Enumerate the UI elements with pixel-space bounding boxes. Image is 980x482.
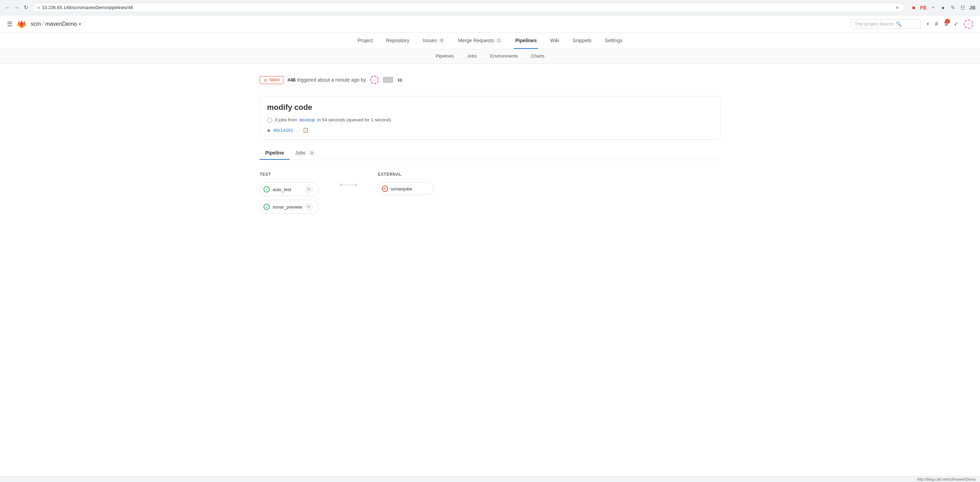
commit-ellipsis: ...	[296, 128, 300, 133]
nav-pipelines[interactable]: Pipelines	[514, 33, 538, 49]
merge-requests-icon[interactable]: ⇅ 1	[944, 21, 948, 27]
lock-icon: ●	[37, 5, 40, 10]
trigger-text: triggered about a minute ago by	[297, 77, 366, 82]
grid-icon[interactable]: ☷	[959, 4, 966, 11]
nav-issues-badge: 0	[439, 38, 445, 43]
browser-actions: ■ FE + ● ✎ ☷ JB	[910, 4, 976, 11]
pipeline-graph: Test ✓ auto_test ↻ ✓ sonar_preview ↻	[260, 168, 720, 217]
new-item-button[interactable]: +	[926, 21, 929, 27]
sonarqube-label: sonarqube	[391, 186, 412, 192]
subnav-jobs[interactable]: Jobs	[466, 49, 478, 63]
main-content: ⦻ failed #46 triggered about a minute ag…	[246, 64, 734, 224]
pipeline-number: #46	[288, 77, 296, 82]
sonar-preview-retry-btn[interactable]: ↻	[305, 203, 313, 211]
user-identifier: ▮▮	[398, 78, 402, 82]
copy-icon[interactable]: 📋	[302, 127, 309, 133]
mr-badge: 1	[945, 19, 950, 24]
clock-icon: ◯	[267, 117, 272, 122]
commit-hash-link[interactable]: 40c14161	[273, 128, 293, 133]
job-sonar-preview[interactable]: ✓ sonar_preview ↻	[260, 200, 319, 214]
connector-dot-left	[340, 184, 342, 186]
pipeline-status-bar: ⦻ failed #46 triggered about a minute ag…	[260, 71, 720, 89]
branch-link[interactable]: develop	[299, 117, 315, 122]
nav-mr-badge: 1	[496, 38, 502, 43]
tab-pipeline[interactable]: Pipeline	[260, 146, 290, 160]
breadcrumb-separator: /	[42, 21, 44, 27]
pipeline-trigger-info: #46 triggered about a minute ago by	[288, 77, 366, 82]
header-right: This project Search 🔍 + # ⇅ 1 ✓ ◇	[851, 19, 973, 29]
auto-test-status-icon: ✓	[264, 186, 270, 192]
subnav-pipelines[interactable]: Pipelines	[434, 49, 455, 63]
checkmark-icon[interactable]: ✓	[954, 21, 958, 27]
status-badge: ⦻ failed	[260, 76, 283, 84]
nav-issues-label: Issues	[423, 38, 437, 43]
breadcrumb: scm / mavenDemo ▾	[31, 21, 81, 27]
pencil-icon[interactable]: ✎	[949, 4, 956, 11]
sonar-preview-label: sonar_preview	[272, 205, 302, 209]
browser-nav-buttons: ← → ↻	[4, 4, 29, 11]
stage-connector	[340, 184, 357, 185]
nav-wiki[interactable]: Wiki	[549, 33, 560, 49]
job-sonarqube[interactable]: ✕ sonarqube	[378, 182, 434, 195]
commit-message: modify code	[267, 103, 713, 112]
trigger-user-avatar: ◇	[370, 76, 379, 84]
stage-test-label: Test	[260, 172, 319, 177]
nav-settings[interactable]: Settings	[603, 33, 624, 49]
back-button[interactable]: ←	[4, 4, 11, 11]
user-icon[interactable]: JB	[969, 4, 976, 11]
subnav-charts[interactable]: Charts	[530, 49, 546, 63]
nav-mr-label: Merge Requests	[458, 38, 494, 43]
jobs-count-text: 3 jobs from	[275, 117, 297, 122]
search-placeholder-text: This project Search	[855, 21, 894, 27]
search-box[interactable]: This project Search 🔍	[851, 19, 921, 29]
jobs-tab-label: Jobs	[295, 150, 306, 155]
duration-text: in 54 seconds (queued for 1 second)	[317, 117, 391, 122]
commit-block: modify code ◯ 3 jobs from develop in 54 …	[260, 96, 720, 140]
star-icon: ★	[895, 5, 899, 10]
stage-external-label: External	[378, 172, 434, 177]
url-text: 10.236.65.148/scm/mavenDemo/pipelines/46	[42, 5, 893, 10]
user-image-placeholder	[383, 77, 393, 83]
stage-test: Test ✓ auto_test ↻ ✓ sonar_preview ↻	[260, 172, 319, 214]
hamburger-menu[interactable]: ☰	[7, 20, 13, 28]
pipeline-detail-tabs: Pipeline Jobs 3	[260, 146, 720, 160]
address-bar[interactable]: ● 10.236.65.148/scm/mavenDemo/pipelines/…	[32, 3, 905, 12]
jobs-tab-badge: 3	[308, 151, 315, 155]
hashtag-icon[interactable]: #	[935, 21, 938, 27]
stage-container: Test ✓ auto_test ↻ ✓ sonar_preview ↻	[260, 172, 720, 214]
auto-test-label: auto_test	[272, 187, 291, 192]
tab-jobs[interactable]: Jobs 3	[290, 146, 321, 160]
project-nav: Project Repository Issues 0 Merge Reques…	[0, 33, 980, 49]
commit-info-row: ◯ 3 jobs from develop in 54 seconds (que…	[267, 117, 713, 122]
failed-icon: ⦻	[264, 78, 268, 82]
reload-button[interactable]: ↻	[22, 4, 29, 11]
nav-snippets[interactable]: Snippets	[571, 33, 593, 49]
breadcrumb-scm[interactable]: scm	[31, 21, 41, 27]
subnav-environments[interactable]: Environments	[488, 49, 519, 63]
forward-button[interactable]: →	[13, 4, 20, 11]
fe-icon[interactable]: FE	[920, 4, 927, 11]
extensions-icon[interactable]: ■	[910, 4, 917, 11]
sonarqube-status-icon: ✕	[382, 186, 388, 192]
chat-icon[interactable]: ●	[940, 4, 947, 11]
extension-icon-2[interactable]: +	[930, 4, 937, 11]
connector-dot-right	[354, 184, 357, 186]
nav-project[interactable]: Project	[356, 33, 374, 49]
search-icon: 🔍	[896, 21, 902, 27]
breadcrumb-dropdown[interactable]: ▾	[79, 22, 81, 27]
auto-test-retry-btn[interactable]: ↻	[305, 186, 313, 193]
sub-nav: Pipelines Jobs Environments Charts	[0, 49, 980, 64]
nav-issues[interactable]: Issues 0	[421, 33, 446, 49]
job-auto-test[interactable]: ✓ auto_test ↻	[260, 182, 319, 197]
gitlab-header: ☰ scm / mavenDemo ▾ This project Search …	[0, 15, 980, 33]
browser-chrome: ← → ↻ ● 10.236.65.148/scm/mavenDemo/pipe…	[0, 0, 980, 15]
connector-line	[340, 184, 357, 185]
commit-hash-row: ◆ 40c14161 ... 📋	[267, 127, 713, 133]
nav-merge-requests[interactable]: Merge Requests 1	[457, 33, 504, 49]
nav-repository[interactable]: Repository	[385, 33, 411, 49]
breadcrumb-project: mavenDemo	[45, 21, 77, 27]
header-left: ☰ scm / mavenDemo ▾	[7, 19, 81, 29]
user-avatar-header[interactable]: ◇	[964, 19, 973, 29]
sonar-preview-status-icon: ✓	[264, 204, 270, 210]
stage-external: External ✕ sonarqube	[378, 172, 434, 195]
